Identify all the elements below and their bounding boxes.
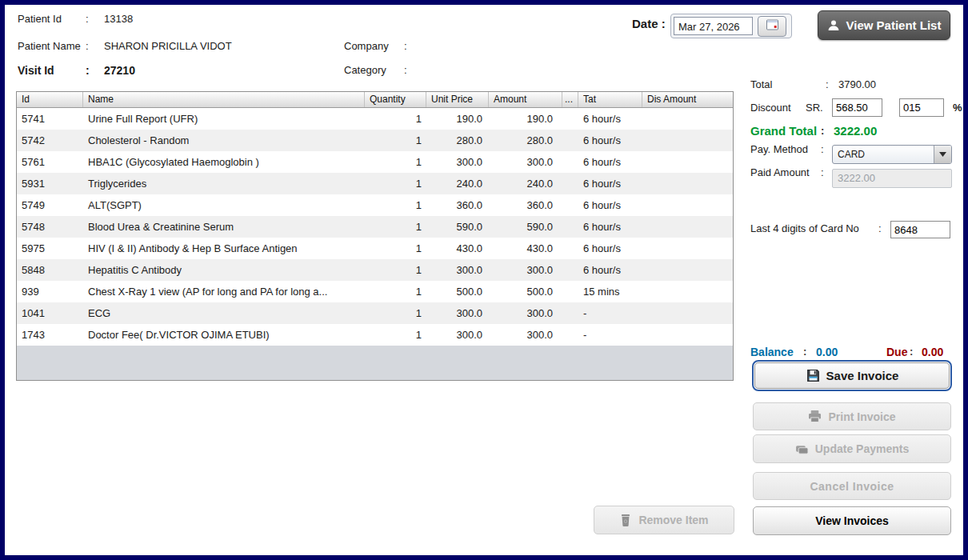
total-value: 3790.00: [838, 78, 876, 90]
cell-unit-price: 300.0: [426, 302, 489, 324]
column-header-id[interactable]: Id: [17, 92, 83, 107]
table-row[interactable]: 5741Urine Full Report (UFR)1190.0190.06 …: [17, 108, 733, 130]
cell-id: 5975: [17, 238, 83, 259]
pay-method-select[interactable]: CARD: [832, 145, 952, 164]
cell-dis-amount: [642, 281, 733, 302]
colon: :: [821, 143, 824, 155]
cell-qty: 1: [365, 216, 426, 238]
table-row[interactable]: 5749ALT(SGPT)1360.0360.06 hour/s: [17, 194, 733, 216]
cell-dis-amount: [642, 151, 733, 173]
table-row[interactable]: 5931Triglycerides1240.0240.06 hour/s: [17, 173, 733, 194]
cell-name: HBA1C (Glycosylated Haemoglobin ): [83, 151, 365, 173]
table-row[interactable]: 5748Blood Urea & Creatinine Serum1590.05…: [17, 216, 733, 238]
cell-dis-amount: [642, 173, 733, 194]
save-invoice-focus-ring: Save Invoice: [752, 360, 952, 391]
due-label: Due: [886, 346, 907, 358]
balance-value: 0.00: [816, 346, 838, 358]
cell-id: 5848: [17, 259, 83, 281]
cell-dis-amount: [642, 259, 733, 281]
discount-amount-input[interactable]: [832, 98, 882, 117]
cancel-invoice-button[interactable]: Cancel Invoice: [753, 472, 951, 500]
date-picker-button[interactable]: [758, 16, 786, 37]
cell-qty: 1: [365, 324, 426, 346]
cell-dots: [562, 130, 578, 151]
cell-unit-price: 300.0: [426, 324, 489, 346]
cell-name: Triglycerides: [83, 173, 365, 194]
colon: :: [86, 40, 89, 52]
cell-id: 1743: [17, 324, 83, 346]
card-digits-label: Last 4 digits of Card No: [750, 222, 859, 234]
view-invoices-label: View Invoices: [815, 514, 889, 527]
cell-amount: 360.0: [489, 194, 562, 216]
column-header-tat[interactable]: Tat: [578, 92, 642, 107]
column-header-truncated[interactable]: ...: [562, 92, 578, 107]
calendar-icon: [766, 18, 779, 34]
table-row[interactable]: 1743Doctor Fee( Dr.VICTOR OJIMA ETUBI)13…: [17, 324, 733, 346]
column-header-amount[interactable]: Amount: [489, 92, 562, 107]
chevron-down-icon[interactable]: [934, 146, 951, 163]
column-header-dis-amount[interactable]: Dis Amount: [642, 92, 733, 107]
cell-unit-price: 500.0: [426, 281, 489, 302]
grand-total-label: Grand Total: [750, 124, 817, 138]
cell-dis-amount: [642, 108, 733, 130]
paid-amount-field: 3222.00: [832, 169, 952, 188]
table-row[interactable]: 1041ECG1300.0300.0-: [17, 302, 733, 324]
total-label: Total: [750, 78, 772, 90]
cell-amount: 300.0: [489, 151, 562, 173]
cell-amount: 430.0: [489, 238, 562, 259]
table-row[interactable]: 5848Hepatitis C Antibody1300.0300.06 hou…: [17, 259, 733, 281]
cell-dots: [562, 281, 578, 302]
column-header-name[interactable]: Name: [83, 92, 365, 107]
payments-icon: [795, 442, 809, 456]
cell-dis-amount: [642, 216, 733, 238]
balance-label: Balance: [750, 346, 794, 358]
column-header-unit-price[interactable]: Unit Price: [426, 92, 489, 107]
cell-dis-amount: [642, 194, 733, 216]
cell-amount: 500.0: [489, 281, 562, 302]
save-invoice-button[interactable]: Save Invoice: [754, 362, 950, 389]
remove-item-button[interactable]: Remove Item: [594, 506, 734, 534]
column-header-quantity[interactable]: Quantity: [365, 92, 426, 107]
cell-amount: 590.0: [489, 216, 562, 238]
date-input[interactable]: Mar 27, 2026: [674, 17, 753, 35]
cell-amount: 280.0: [489, 130, 562, 151]
update-payments-label: Update Payments: [815, 442, 909, 455]
discount-percent-input[interactable]: [899, 98, 944, 117]
cell-tat: -: [578, 302, 642, 324]
table-row[interactable]: 5742Cholesterol - Random1280.0280.06 hou…: [17, 130, 733, 151]
table-row[interactable]: 939Chest X-Ray 1 view (AP for long and P…: [17, 281, 733, 302]
cell-id: 939: [17, 281, 83, 302]
cell-tat: 15 mins: [578, 281, 642, 302]
update-payments-button[interactable]: Update Payments: [753, 434, 951, 463]
cell-id: 5931: [17, 173, 83, 194]
cell-name: HIV (I & II) Antibody & Hep B Surface An…: [83, 238, 365, 259]
pay-method-label: Pay. Method: [750, 143, 808, 155]
patient-name-value: SHARON PRICILLA VIDOT: [104, 40, 232, 52]
paid-amount-label: Paid Amount: [750, 166, 810, 178]
colon: :: [821, 125, 824, 137]
due-value: 0.00: [922, 346, 943, 358]
print-invoice-button[interactable]: Print Invoice: [753, 402, 951, 430]
cell-dots: [562, 302, 578, 324]
cell-qty: 1: [365, 238, 426, 259]
colon: :: [404, 40, 407, 52]
card-digits-input[interactable]: [890, 221, 950, 238]
cell-amount: 300.0: [489, 259, 562, 281]
cell-unit-price: 190.0: [426, 108, 489, 130]
print-invoice-label: Print Invoice: [828, 410, 895, 423]
visit-id-value: 27210: [104, 64, 135, 77]
table-row[interactable]: 5975HIV (I & II) Antibody & Hep B Surfac…: [17, 238, 733, 259]
view-invoices-button[interactable]: View Invoices: [753, 506, 951, 535]
percent-sign: %: [953, 102, 962, 114]
table-row[interactable]: 5761HBA1C (Glycosylated Haemoglobin )130…: [17, 151, 733, 173]
view-patient-list-button[interactable]: View Patient List: [818, 10, 950, 40]
cell-name: Blood Urea & Creatinine Serum: [83, 216, 365, 238]
floppy-disk-icon: [806, 368, 821, 383]
cell-qty: 1: [365, 302, 426, 324]
cell-id: 5741: [17, 108, 83, 130]
cell-tat: 6 hour/s: [578, 216, 642, 238]
pay-method-value: CARD: [833, 149, 934, 160]
cell-name: Chest X-Ray 1 view (AP for long and PA f…: [83, 281, 365, 302]
cell-id: 1041: [17, 302, 83, 324]
cell-dots: [562, 151, 578, 173]
